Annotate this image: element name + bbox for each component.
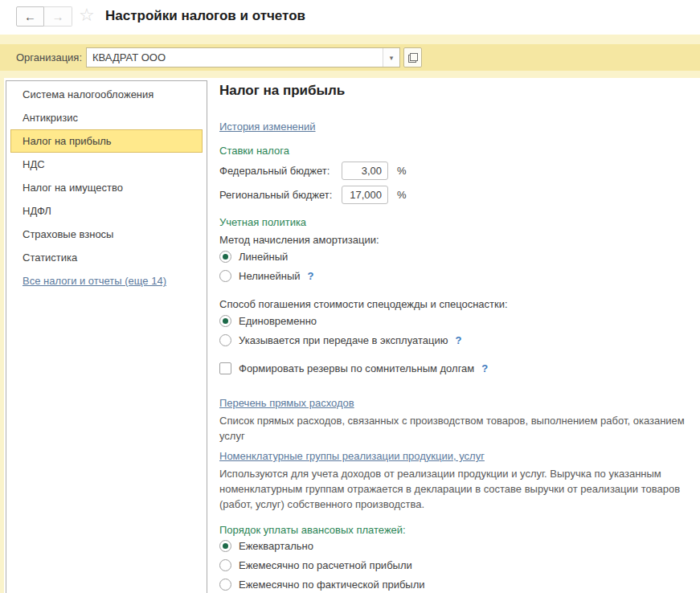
sidebar-item-label: Система налогообложения	[23, 88, 154, 100]
direct-expenses-link[interactable]: Перечень прямых расходов	[219, 397, 354, 409]
page-title: Настройки налогов и отчетов	[105, 8, 305, 24]
radio-amortization-linear[interactable]: Линейный	[219, 247, 690, 266]
regional-rate-label: Региональный бюджет:	[219, 189, 342, 201]
federal-rate-row: Федеральный бюджет: %	[219, 161, 690, 181]
organization-dropdown-button[interactable]: ▾	[383, 48, 399, 67]
radio-advance-quarterly[interactable]: Ежеквартально	[219, 536, 690, 555]
sidebar-item-label: Налог на имущество	[23, 182, 123, 194]
checkbox-icon	[219, 362, 231, 374]
section-title: Налог на прибыль	[219, 83, 690, 99]
radio-label: Нелинейный	[239, 270, 301, 282]
sidebar-item-label: Налог на прибыль	[23, 135, 112, 147]
sidebar-item-property-tax[interactable]: Налог на имущество	[10, 176, 203, 199]
sidebar-item-label: Страховые взносы	[23, 228, 113, 240]
sidebar-item-ndfl[interactable]: НДФЛ	[10, 199, 203, 223]
radio-advance-monthly-actual[interactable]: Ежемесячно по фактической прибыли	[219, 575, 690, 593]
policy-header: Учетная политика	[219, 216, 690, 228]
organization-bar: Организация: ▾	[0, 44, 700, 71]
back-button[interactable]: ←	[16, 6, 44, 27]
tax-sections-sidebar: Система налогообложения Антикризис Налог…	[6, 80, 207, 593]
advance-payments-header: Порядок уплаты авансовых платежей:	[219, 524, 690, 536]
form-yellow-band: Организация: ▾	[0, 35, 700, 78]
help-icon[interactable]: ?	[481, 362, 488, 374]
sidebar-item-anticrisis[interactable]: Антикризис	[10, 106, 203, 129]
sidebar-item-vat[interactable]: НДС	[10, 153, 203, 176]
radio-icon	[219, 540, 231, 552]
help-icon[interactable]: ?	[308, 270, 314, 282]
radio-icon	[219, 579, 231, 591]
direct-expenses-block: Перечень прямых расходов Список прямых р…	[219, 397, 690, 444]
radio-icon	[219, 334, 231, 346]
sidebar-item-label: НДФЛ	[23, 205, 51, 217]
radio-icon	[219, 270, 231, 282]
radio-workwear-once[interactable]: Единовременно	[219, 311, 690, 330]
radio-icon	[219, 315, 231, 327]
favorite-star-icon[interactable]: ☆	[79, 5, 95, 26]
sidebar-item-insurance[interactable]: Страховые взносы	[10, 223, 203, 246]
nomenclature-groups-block: Номенклатурные группы реализации продукц…	[219, 450, 690, 512]
nomenclature-groups-description: Используются для учета доходов от реализ…	[219, 466, 686, 512]
radio-label: Ежеквартально	[239, 540, 313, 552]
nav-buttons: ← →	[16, 6, 72, 27]
income-tax-panel: Налог на прибыль История изменений Ставк…	[219, 80, 690, 593]
checkbox-doubtful-debts[interactable]: Формировать резервы по сомнительным долг…	[219, 358, 690, 378]
forward-arrow-icon: →	[52, 10, 64, 23]
workwear-method-label: Способ погашения стоимости спецодежды и …	[219, 297, 690, 311]
regional-rate-row: Региональный бюджет: %	[219, 185, 690, 205]
federal-rate-input[interactable]	[342, 162, 388, 180]
sidebar-item-taxation-system[interactable]: Система налогообложения	[10, 83, 203, 106]
sidebar-link-label: Все налоги и отчеты (еще 14)	[23, 275, 166, 287]
sidebar-item-label: Статистика	[23, 252, 77, 264]
checkbox-label: Формировать резервы по сомнительным долг…	[239, 362, 474, 374]
percent-sign: %	[397, 189, 407, 201]
sidebar-item-statistics[interactable]: Статистика	[10, 246, 203, 269]
organization-combo: ▾	[86, 47, 400, 67]
radio-label: Линейный	[239, 251, 288, 263]
radio-label: Ежемесячно по фактической прибыли	[239, 579, 425, 591]
back-arrow-icon: ←	[24, 10, 36, 23]
organization-label: Организация:	[16, 51, 82, 63]
sidebar-link-all-taxes[interactable]: Все налоги и отчеты (еще 14)	[10, 269, 203, 292]
percent-sign: %	[397, 165, 407, 177]
help-icon[interactable]: ?	[455, 334, 461, 346]
radio-label: Единовременно	[239, 315, 317, 327]
window-frame-strip	[0, 78, 4, 593]
radio-label: Ежемесячно по расчетной прибыли	[239, 559, 412, 571]
regional-rate-input[interactable]	[342, 186, 388, 204]
radio-amortization-nonlinear[interactable]: Нелинейный ?	[219, 266, 690, 285]
organization-input[interactable]	[87, 48, 383, 67]
radio-icon	[219, 559, 231, 571]
window-header: ← → ☆ Настройки налогов и отчетов	[0, 0, 700, 35]
radio-workwear-on-transfer[interactable]: Указывается при передаче в эксплуатацию …	[219, 330, 690, 350]
chevron-down-icon: ▾	[390, 54, 394, 62]
radio-icon	[219, 251, 231, 263]
direct-expenses-description: Список прямых расходов, связанных с прои…	[219, 413, 686, 444]
nomenclature-groups-link[interactable]: Номенклатурные группы реализации продукц…	[219, 450, 485, 462]
amortization-method-label: Метод начисления амортизации:	[219, 233, 690, 247]
open-form-icon	[408, 53, 418, 63]
sidebar-item-income-tax[interactable]: Налог на прибыль	[10, 129, 203, 153]
history-link[interactable]: История изменений	[219, 121, 316, 133]
radio-label: Указывается при передаче в эксплуатацию	[239, 334, 448, 346]
sidebar-item-label: Антикризис	[23, 112, 78, 124]
sidebar-item-label: НДС	[23, 158, 45, 170]
organization-open-button[interactable]	[403, 47, 422, 67]
federal-rate-label: Федеральный бюджет:	[219, 165, 342, 177]
forward-button[interactable]: →	[44, 6, 72, 27]
rates-header: Ставки налога	[219, 145, 690, 157]
radio-advance-monthly-estimated[interactable]: Ежемесячно по расчетной прибыли	[219, 555, 690, 575]
